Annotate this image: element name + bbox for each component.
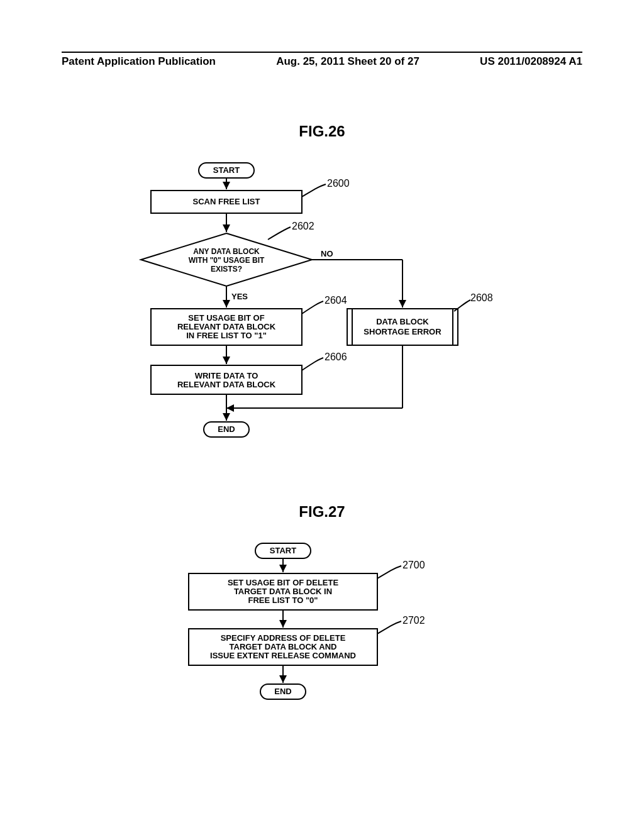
fig26-start: START — [213, 165, 240, 175]
header-left: Patent Application Publication — [62, 55, 216, 68]
fig27-b2700-2: TARGET DATA BLOCK IN — [234, 587, 332, 596]
fig26-d2602-3: EXISTS? — [211, 265, 242, 274]
fig26-b2604-2: RELEVANT DATA BLOCK — [177, 322, 276, 331]
fig26-b2600: SCAN FREE LIST — [193, 197, 260, 206]
fig27-start: START — [270, 546, 296, 555]
fig27-b2702-1: SPECIFY ADDRESS OF DELETE — [221, 633, 346, 643]
ref-2600: 2600 — [327, 178, 350, 189]
ref-2608: 2608 — [470, 292, 493, 303]
fig27-b2702-3: ISSUE EXTENT RELEASE COMMAND — [210, 651, 356, 660]
page: Patent Application Publication Aug. 25, … — [0, 0, 644, 830]
ref-2604: 2604 — [325, 295, 347, 306]
ref-2702: 2702 — [402, 615, 425, 626]
fig26-title: FIG.26 — [0, 123, 644, 140]
fig27-diagram: START SET USAGE BIT OF DELETE TARGET DAT… — [151, 541, 491, 729]
fig26-b2604-3: IN FREE LIST TO "1" — [186, 331, 267, 340]
fig26-b2608-2: SHORTAGE ERROR — [364, 327, 441, 336]
ref-2606: 2606 — [325, 351, 347, 362]
fig26-yes: YES — [231, 292, 248, 301]
ref-2602: 2602 — [292, 221, 314, 231]
page-header: Patent Application Publication Aug. 25, … — [62, 52, 582, 68]
fig26-d2602-1: ANY DATA BLOCK — [193, 247, 260, 256]
header-right: US 2011/0208924 A1 — [480, 55, 582, 68]
ref-2700: 2700 — [402, 560, 425, 570]
fig26-b2606-1: WRITE DATA TO — [195, 371, 258, 380]
fig27-b2702-2: TARGET DATA BLOCK AND — [230, 642, 337, 651]
header-mid: Aug. 25, 2011 Sheet 20 of 27 — [276, 55, 419, 68]
fig26-b2608-1: DATA BLOCK — [376, 317, 429, 326]
fig27-title: FIG.27 — [0, 503, 644, 521]
fig27-end: END — [274, 687, 291, 696]
fig26-end: END — [218, 424, 235, 434]
fig26-diagram: START SCAN FREE LIST 2600 ANY DATA BLOCK… — [126, 160, 478, 462]
fig26-b2604-1: SET USAGE BIT OF — [188, 313, 264, 323]
fig27-b2700-1: SET USAGE BIT OF DELETE — [228, 578, 339, 587]
fig26-d2602-2: WITH "0" USAGE BIT — [189, 256, 265, 265]
fig26-b2606-2: RELEVANT DATA BLOCK — [177, 380, 276, 389]
fig26-no: NO — [321, 249, 333, 258]
fig27-b2700-3: FREE LIST TO "0" — [248, 595, 318, 605]
